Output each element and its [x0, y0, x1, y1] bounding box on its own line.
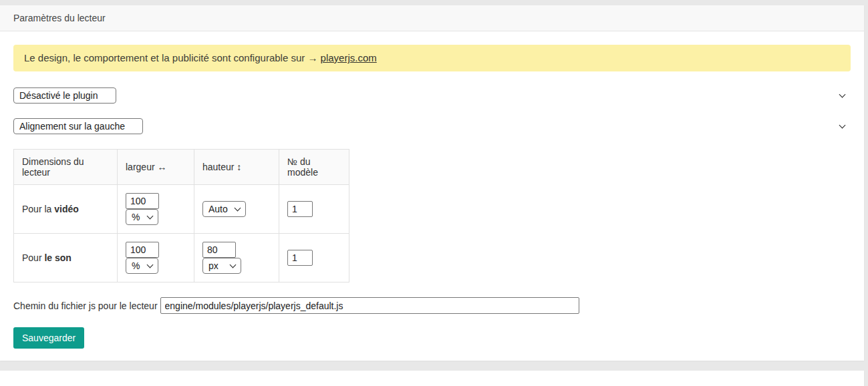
col-header-height: hauteur ↕ [194, 150, 279, 185]
audio-height-cell: px [194, 234, 279, 282]
audio-height-unit-wrapper: px [202, 258, 241, 274]
chevron-down-icon [839, 122, 846, 129]
table-row-audio: Pour le son % px [14, 234, 349, 282]
settings-panel: Paramètres du lecteur Le design, le comp… [0, 5, 864, 361]
col-header-model: № du modèle [279, 150, 349, 185]
video-height-wrapper: Auto [202, 201, 246, 217]
video-width-cell: % [118, 185, 194, 234]
audio-height-input[interactable] [202, 242, 236, 258]
chevron-down-icon [839, 91, 846, 98]
video-width-unit-wrapper: % [126, 209, 158, 225]
video-model-cell [279, 185, 349, 234]
info-notice: Le design, le comportement et la publici… [13, 45, 851, 71]
footer-panel: Plug-in officiel PlayerJS Ouvrez la page… [0, 371, 864, 386]
audio-model-cell [279, 234, 349, 282]
audio-width-input[interactable] [126, 242, 159, 258]
js-path-input[interactable] [160, 297, 579, 314]
plugin-state-select[interactable]: Désactivé le plugin [13, 87, 116, 104]
panel-title: Paramètres du lecteur [0, 5, 864, 31]
audio-height-unit-select[interactable]: px [202, 258, 241, 274]
playerjs-link[interactable]: playerjs.com [321, 52, 377, 63]
js-path-row: Chemin du fichier js pour le lecteur [13, 297, 851, 314]
row-label-video: Pour la vidéo [14, 185, 118, 234]
audio-width-cell: % [118, 234, 194, 282]
audio-width-unit-wrapper: % [126, 258, 158, 274]
alignment-select[interactable]: Alignement sur la gauche [13, 118, 143, 134]
table-row-video: Pour la vidéo % Auto [14, 185, 349, 234]
js-path-label: Chemin du fichier js pour le lecteur [13, 301, 158, 311]
video-height-cell: Auto [194, 185, 279, 234]
col-header-dimensions: Dimensions du lecteur [14, 150, 118, 185]
audio-model-input[interactable] [287, 250, 313, 266]
alignment-select-wrapper: Alignement sur la gauche [13, 118, 851, 134]
row-label-audio: Pour le son [14, 234, 118, 282]
plugin-state-select-wrapper: Désactivé le plugin [13, 87, 851, 104]
col-header-width: largeur ↔ [118, 150, 194, 185]
dimensions-table: Dimensions du lecteur largeur ↔ hauteur … [13, 149, 349, 282]
video-width-input[interactable] [126, 193, 159, 209]
video-height-select[interactable]: Auto [202, 201, 246, 217]
video-model-input[interactable] [287, 201, 313, 217]
panel-body: Le design, le comportement et la publici… [0, 31, 864, 361]
video-width-unit-select[interactable]: % [126, 209, 158, 225]
notice-text: Le design, le comportement et la publici… [24, 52, 321, 63]
save-button[interactable]: Sauvegarder [13, 327, 84, 349]
audio-width-unit-select[interactable]: % [126, 258, 158, 274]
table-header-row: Dimensions du lecteur largeur ↔ hauteur … [14, 150, 349, 185]
